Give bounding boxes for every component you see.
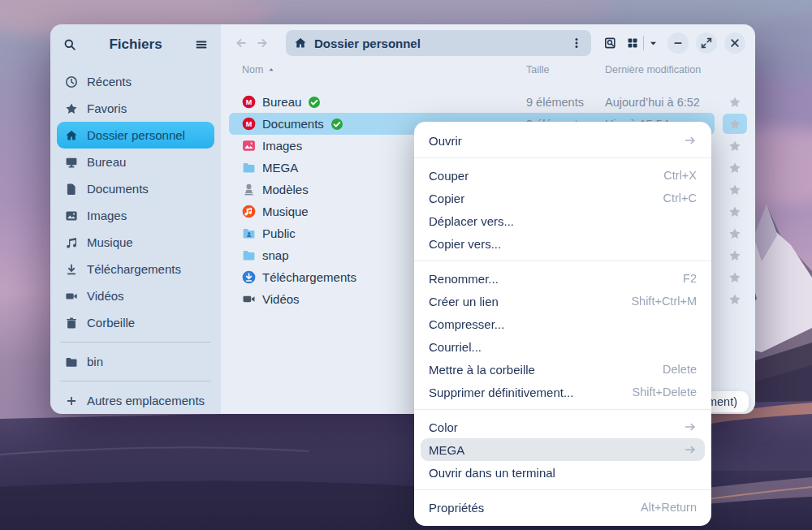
sidebar-item-label: Musique [87, 235, 133, 249]
file-name: Modèles [262, 183, 309, 196]
file-name: MEGA [262, 161, 298, 175]
sidebar-divider [60, 381, 211, 381]
file-name: Téléchargements [262, 270, 356, 284]
menu-item-mega[interactable]: MEGA [421, 438, 705, 461]
star-toggle[interactable] [723, 201, 747, 222]
sidebar-item-label: Dossier personnel [87, 128, 185, 142]
file-name: Images [262, 139, 302, 153]
hamburger-menu-icon[interactable] [195, 38, 208, 51]
templates-icon [242, 183, 256, 196]
menu-item-creer-un-lien[interactable]: Créer un lien Shift+Ctrl+M [414, 290, 711, 312]
file-size: 9 éléments [526, 96, 584, 109]
star-toggle[interactable] [723, 114, 747, 134]
menu-item-mettre-a-la-corbeille[interactable]: Mettre à la corbeille Delete [414, 358, 711, 381]
menu-item-couper[interactable]: Couper Ctrl+X [414, 164, 711, 187]
breadcrumb-label: Dossier personnel [314, 37, 563, 50]
sidebar-item-videos[interactable]: Vidéos [57, 282, 214, 309]
file-name: Vidéos [262, 292, 300, 306]
minimize-button[interactable] [667, 32, 689, 54]
submenu-arrow-icon [684, 443, 697, 456]
videos-folder-icon [242, 292, 256, 306]
sidebar-item-label: Favoris [87, 101, 127, 115]
breadcrumb[interactable]: Dossier personnel [286, 30, 591, 56]
close-button[interactable] [724, 32, 745, 54]
column-size[interactable]: Taille [526, 64, 550, 75]
file-modified: Aujourd’hui à 6:52 [605, 96, 700, 109]
desktop-icon [65, 156, 78, 169]
menu-item-color[interactable]: Color [414, 416, 711, 438]
sidebar-item-label: Autres emplacements [87, 394, 205, 407]
sidebar-item-recents[interactable]: Récents [57, 68, 214, 95]
star-toggle[interactable] [723, 92, 747, 112]
mega-folder-icon: M [242, 95, 256, 109]
view-options [626, 36, 659, 50]
sidebar-item-telechargements[interactable]: Téléchargements [57, 256, 214, 282]
shortcut: Delete [663, 363, 697, 376]
star-icon [65, 102, 78, 115]
menu-item-copier-vers[interactable]: Copier vers... [414, 232, 711, 255]
sidebar-header: Fichiers [50, 24, 221, 65]
menu-item-copier[interactable]: Copier Ctrl+C [414, 187, 711, 209]
sidebar-item-images[interactable]: Images [57, 202, 214, 229]
sidebar-item-dossier-personnel[interactable]: Dossier personnel [57, 122, 214, 149]
menu-item-renommer[interactable]: Renommer... F2 [414, 267, 711, 290]
file-row-bureau[interactable]: M Bureau 9 éléments Aujourd’hui à 6:52 [221, 91, 755, 113]
sidebar-item-bin[interactable]: bin [57, 348, 214, 375]
shortcut: Ctrl+C [663, 192, 698, 205]
column-name[interactable]: Nom [242, 64, 275, 75]
star-toggle[interactable] [723, 157, 747, 178]
menu-item-ouvrir[interactable]: Ouvrir [414, 129, 711, 152]
home-icon [294, 37, 307, 50]
folder-icon [242, 161, 256, 175]
back-icon[interactable] [231, 32, 252, 54]
public-folder-icon [242, 226, 256, 240]
star-toggle[interactable] [723, 223, 747, 243]
column-modified[interactable]: Dernière modification [605, 64, 701, 75]
sidebar-item-label: Documents [87, 182, 149, 196]
submenu-arrow-icon [684, 134, 697, 147]
maximize-button[interactable] [696, 32, 717, 54]
star-toggle[interactable] [723, 289, 747, 309]
music-folder-icon [242, 205, 256, 218]
sidebar-item-musique[interactable]: Musique [57, 229, 214, 256]
kebab-menu-icon[interactable] [570, 37, 583, 50]
menu-item-courriel[interactable]: Courriel... [414, 335, 711, 358]
context-menu: Ouvrir Couper Ctrl+X Copier Ctrl+C Dépla… [414, 122, 711, 526]
downloads-folder-icon [242, 270, 256, 284]
menu-item-deplacer-vers[interactable]: Déplacer vers... [414, 209, 711, 232]
star-toggle[interactable] [723, 179, 747, 200]
toolbar-right [604, 32, 745, 54]
menu-item-compresser[interactable]: Compresser... [414, 312, 711, 335]
file-name: Documents [262, 117, 324, 131]
grid-view-icon[interactable] [626, 37, 639, 50]
star-toggle[interactable] [723, 267, 747, 287]
sort-ascending-icon [267, 66, 275, 74]
toolbar: Dossier personnel [221, 24, 755, 62]
music-icon [65, 236, 78, 249]
image-icon [65, 209, 78, 222]
column-headers: Nom Taille Dernière modification [221, 62, 755, 80]
sidebar-item-corbeille[interactable]: Corbeille [57, 309, 214, 336]
chevron-down-icon[interactable] [648, 38, 659, 49]
search-folder-icon[interactable] [604, 37, 617, 50]
sidebar-item-documents[interactable]: Documents [57, 175, 214, 202]
menu-separator [414, 261, 711, 261]
svg-text:M: M [246, 98, 253, 106]
star-toggle[interactable] [723, 245, 747, 265]
sidebar-item-bureau[interactable]: Bureau [57, 149, 214, 175]
star-toggle[interactable] [723, 136, 747, 156]
sidebar-item-autres-emplacements[interactable]: Autres emplacements [57, 387, 214, 414]
sidebar-list: Récents Favoris Dossier personnel Bureau… [50, 65, 221, 414]
recent-icon [65, 75, 78, 88]
sidebar-item-label: Corbeille [87, 316, 135, 330]
sidebar: Fichiers Récents Favoris Dossier personn… [50, 24, 221, 414]
folder-icon [65, 355, 78, 368]
menu-item-supprimer-definitivement[interactable]: Supprimer définitivement... Shift+Delete [414, 381, 711, 403]
menu-item-ouvrir-dans-un-terminal[interactable]: Ouvrir dans un terminal [414, 461, 711, 484]
search-icon[interactable] [63, 38, 76, 51]
sidebar-item-favoris[interactable]: Favoris [57, 95, 214, 122]
home-icon [65, 129, 78, 142]
forward-icon[interactable] [252, 32, 273, 54]
sidebar-item-label: bin [87, 355, 103, 368]
menu-item-proprietes[interactable]: Propriétés Alt+Return [414, 496, 711, 519]
